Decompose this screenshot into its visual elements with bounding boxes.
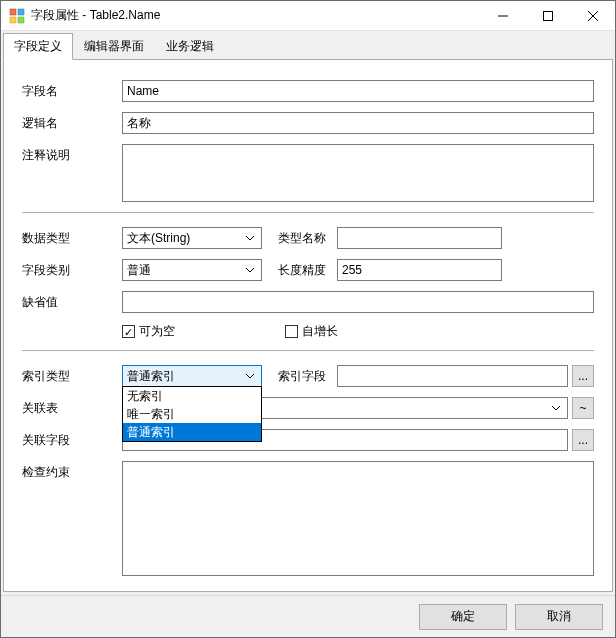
- combo-field-category[interactable]: 普通: [122, 259, 262, 281]
- index-option-normal[interactable]: 普通索引: [123, 423, 261, 441]
- tab-logic[interactable]: 业务逻辑: [155, 33, 225, 60]
- chevron-down-icon: [243, 268, 257, 272]
- chevron-down-icon: [243, 236, 257, 240]
- index-option-unique[interactable]: 唯一索引: [123, 405, 261, 423]
- checkbox-auto-increment[interactable]: 自增长: [285, 323, 338, 340]
- combo-index-type-dropdown: 无索引 唯一索引 普通索引: [122, 386, 262, 442]
- button-bar: 确定 取消: [1, 595, 615, 637]
- chevron-down-icon: [549, 406, 563, 410]
- input-default-value[interactable]: [122, 291, 594, 313]
- label-field-name: 字段名: [22, 80, 122, 100]
- related-table-tilde-button[interactable]: ~: [572, 397, 594, 419]
- label-default-value: 缺省值: [22, 291, 122, 311]
- label-field-category: 字段类别: [22, 259, 122, 279]
- spacer: [22, 330, 122, 333]
- ok-button[interactable]: 确定: [419, 604, 507, 630]
- label-index-type: 索引类型: [22, 365, 122, 385]
- svg-rect-5: [543, 11, 552, 20]
- input-field-name[interactable]: [122, 80, 594, 102]
- checkbox-empty-icon: [285, 325, 298, 338]
- separator-1: [22, 212, 594, 213]
- window-title: 字段属性 - Table2.Name: [31, 7, 480, 24]
- tab-panel-definition: 字段名 逻辑名 注释说明 数据类型 文本(String): [3, 59, 613, 592]
- cancel-button[interactable]: 取消: [515, 604, 603, 630]
- titlebar: 字段属性 - Table2.Name: [1, 1, 615, 31]
- label-related-field: 关联字段: [22, 429, 122, 449]
- window-root: 字段属性 - Table2.Name 字段定义 编辑器界面 业务逻辑 字段名: [0, 0, 616, 638]
- input-length-precision[interactable]: [337, 259, 502, 281]
- svg-rect-3: [18, 17, 24, 23]
- combo-index-type-value: 普通索引: [127, 368, 175, 385]
- checkbox-auto-increment-label: 自增长: [302, 323, 338, 340]
- label-index-field: 索引字段: [262, 365, 337, 385]
- maximize-icon: [543, 11, 553, 21]
- combo-index-type[interactable]: 普通索引 无索引 唯一索引 普通索引: [122, 365, 262, 387]
- svg-rect-1: [18, 9, 24, 15]
- window-controls: [480, 1, 615, 30]
- close-icon: [588, 11, 598, 21]
- label-type-name: 类型名称: [262, 227, 337, 247]
- tab-editor[interactable]: 编辑器界面: [73, 33, 155, 60]
- checkbox-nullable-label: 可为空: [139, 323, 175, 340]
- input-index-field[interactable]: [337, 365, 568, 387]
- checkbox-nullable[interactable]: 可为空: [122, 323, 175, 340]
- maximize-button[interactable]: [525, 1, 570, 30]
- client-area: 字段定义 编辑器界面 业务逻辑 字段名 逻辑名 注释说明 数据类型: [1, 31, 615, 637]
- combo-data-type-value: 文本(String): [127, 230, 190, 247]
- close-button[interactable]: [570, 1, 615, 30]
- tab-definition[interactable]: 字段定义: [3, 33, 73, 60]
- combo-field-category-value: 普通: [127, 262, 151, 279]
- textarea-comment[interactable]: [122, 144, 594, 202]
- label-length-precision: 长度精度: [262, 259, 337, 279]
- svg-rect-2: [10, 17, 16, 23]
- label-check-constraint: 检查约束: [22, 461, 122, 481]
- index-option-none[interactable]: 无索引: [123, 387, 261, 405]
- label-comment: 注释说明: [22, 144, 122, 164]
- input-logic-name[interactable]: [122, 112, 594, 134]
- app-icon: [9, 8, 25, 24]
- textarea-check-constraint[interactable]: [122, 461, 594, 576]
- label-related-table: 关联表: [22, 397, 122, 417]
- minimize-button[interactable]: [480, 1, 525, 30]
- tab-strip: 字段定义 编辑器界面 业务逻辑: [1, 31, 615, 60]
- combo-data-type[interactable]: 文本(String): [122, 227, 262, 249]
- input-type-name[interactable]: [337, 227, 502, 249]
- chevron-down-icon: [243, 374, 257, 378]
- separator-2: [22, 350, 594, 351]
- svg-rect-0: [10, 9, 16, 15]
- label-data-type: 数据类型: [22, 227, 122, 247]
- minimize-icon: [498, 11, 508, 21]
- index-field-browse-button[interactable]: ...: [572, 365, 594, 387]
- label-logic-name: 逻辑名: [22, 112, 122, 132]
- related-field-browse-button[interactable]: ...: [572, 429, 594, 451]
- check-icon: [122, 325, 135, 338]
